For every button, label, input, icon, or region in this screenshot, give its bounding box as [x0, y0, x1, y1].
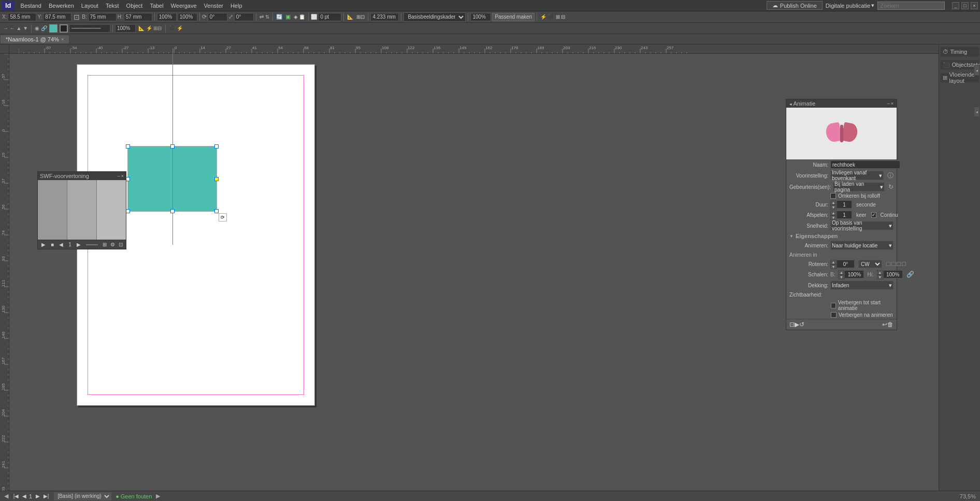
swf-export-btn[interactable]: ⊡ [118, 242, 124, 247]
roteren-down-btn[interactable]: ▼ [830, 264, 837, 269]
edge-btn2[interactable]: ◂ [974, 107, 980, 117]
minimize-button[interactable]: _ [952, 2, 959, 9]
handle-bot-right[interactable] [214, 209, 219, 213]
afspelen-field[interactable] [837, 211, 852, 219]
grid-btn2[interactable] [891, 262, 896, 266]
menu-venster[interactable]: Venster [201, 2, 226, 10]
gebeurtenis-dropdown[interactable]: Bij laden van pagina ▾ [833, 182, 885, 191]
prev-page-btn[interactable]: ◀ [21, 493, 28, 500]
doc-tab[interactable]: *Naamloos-1 @ 74% × [0, 35, 69, 43]
menu-bestand[interactable]: Bestand [18, 2, 45, 10]
swf-next-btn[interactable]: ▶ [75, 241, 82, 248]
preview-btn[interactable]: ⊡ [789, 321, 795, 328]
last-page-btn[interactable]: ▶| [42, 493, 50, 500]
voorinstelling-dropdown[interactable]: Invliegen vanaf bovenkant ▾ [830, 171, 884, 180]
handle-bot-left[interactable] [126, 209, 130, 213]
voorinstelling-info-btn[interactable]: ⓘ [887, 171, 893, 180]
verbergen-start-cb[interactable] [831, 303, 836, 308]
link-chain-icon[interactable]: 🔗 [906, 271, 914, 278]
swf-collapse-btn[interactable]: – [118, 173, 120, 179]
stroke-w-field[interactable] [318, 13, 341, 21]
menu-tekst[interactable]: Tekst [103, 2, 122, 10]
menu-object[interactable]: Object [123, 2, 146, 10]
publish-online-button[interactable]: ☁ Publish Online [767, 1, 823, 10]
first-page-btn[interactable]: |◀ [12, 493, 20, 500]
grid-btn3[interactable] [897, 262, 901, 266]
menu-tabel[interactable]: Tabel [147, 2, 166, 10]
swf-stop-btn[interactable]: ■ [49, 241, 56, 248]
opacity-field2[interactable] [115, 24, 136, 33]
handle-mid-left[interactable] [126, 177, 130, 181]
roteren-up-btn[interactable]: ▲ [830, 260, 837, 264]
swf-prev-btn[interactable]: ◀ [57, 241, 65, 248]
scale-h-field[interactable] [178, 13, 197, 21]
h-field[interactable] [124, 13, 152, 21]
stroke-swatch[interactable] [60, 24, 68, 33]
rotate-field[interactable] [208, 13, 227, 21]
eigenschappen-section[interactable]: ▼ Eigenschappen [786, 231, 897, 240]
schalen-b-down[interactable]: ▼ [838, 275, 844, 279]
dekking-dropdown[interactable]: Infaden ▾ [830, 281, 893, 290]
afspelen-down-btn[interactable]: ▼ [830, 215, 837, 220]
schalen-hi-up[interactable]: ▲ [877, 270, 883, 275]
opacity-field[interactable] [470, 13, 491, 21]
canvas-area[interactable]: ⟳ SWF-voorvertoning – × ▶ ■ ◀ [0, 45, 939, 499]
doc-tab-close[interactable]: × [61, 37, 64, 42]
swf-panel-header[interactable]: SWF-voorvertoning – × [38, 172, 126, 180]
rotation-handle[interactable]: ⟳ [219, 213, 227, 222]
handle-top-right[interactable] [214, 144, 219, 149]
animeren-dropdown[interactable]: Naar huidige locatie ▾ [830, 241, 893, 250]
handle-top-mid[interactable] [170, 144, 175, 149]
close-button[interactable]: × [971, 2, 978, 9]
revert-btn[interactable]: ↩ [882, 321, 887, 328]
dimension-field[interactable] [370, 13, 399, 21]
menu-weergave[interactable]: Weergave [168, 2, 200, 10]
objectstatussen-header[interactable]: ⬛ Objectstatussen [941, 60, 979, 69]
timing-panel-header[interactable]: ⏱ Timing [941, 47, 979, 56]
menu-bewerken[interactable]: Bewerken [46, 2, 77, 10]
basis-dropdown[interactable]: [Basis] (in werking) [54, 492, 111, 500]
teal-rectangle[interactable]: ⟳ [127, 146, 217, 212]
passend-maken-button[interactable]: Passend maken [492, 13, 535, 21]
handle-bot-mid[interactable] [170, 209, 175, 213]
swf-play-btn[interactable]: ▶ [40, 241, 47, 248]
handle-top-left[interactable] [126, 144, 130, 149]
handle-mid-right[interactable] [214, 177, 219, 181]
verbergen-na-cb[interactable] [831, 312, 837, 318]
anim-close-btn[interactable]: × [891, 101, 893, 106]
status-arrow-right[interactable]: ▶ [156, 493, 160, 499]
duur-down-btn[interactable]: ▼ [830, 205, 837, 210]
duur-up-btn[interactable]: ▲ [830, 200, 837, 205]
schalen-hi-down[interactable]: ▼ [877, 275, 883, 279]
swf-settings-btn[interactable]: ⚙ [109, 242, 116, 247]
duur-field[interactable] [837, 200, 852, 209]
y-field[interactable] [43, 13, 71, 21]
swf-close-btn[interactable]: × [121, 173, 124, 179]
naam-field[interactable] [830, 160, 900, 169]
menu-layout[interactable]: Layout [78, 2, 102, 10]
search-input[interactable] [877, 2, 945, 10]
roteren-field[interactable] [837, 260, 855, 268]
animation-panel-header[interactable]: ◂ Animatie – × [786, 99, 897, 108]
stroke-style-field[interactable]: ──────── [69, 24, 110, 33]
edge-btn1[interactable]: ◂ [974, 65, 980, 76]
digitale-publicatie-dropdown[interactable]: Digitale publicatie ▾ [826, 2, 874, 9]
fill-swatch[interactable] [49, 24, 57, 33]
w-field[interactable] [88, 13, 117, 21]
delete-btn[interactable]: 🗑 [887, 321, 893, 328]
vloeiende-layout-header[interactable]: ⊞ Vloeiende layout [941, 73, 979, 82]
restore-button[interactable]: □ [961, 2, 969, 9]
status-arrow-left[interactable]: ◀ [4, 493, 8, 499]
reset-btn[interactable]: ↺ [799, 321, 804, 328]
swf-layout-btn[interactable]: ⊞ [102, 242, 108, 247]
snelheid-dropdown[interactable]: Op basis van voorinstelling ▾ [830, 221, 893, 230]
omkeren-checkbox[interactable] [830, 193, 836, 199]
grid-btn1[interactable] [886, 262, 890, 266]
frame-select[interactable]: Basisbeeldingskader [403, 12, 466, 22]
menu-help[interactable]: Help [227, 2, 246, 10]
next-page-btn[interactable]: ▶ [34, 493, 41, 500]
continu-checkbox[interactable]: ✓ [871, 212, 876, 218]
schalen-hi-field[interactable] [883, 270, 903, 278]
scale-w-field[interactable] [157, 13, 177, 21]
x-field[interactable] [8, 13, 36, 21]
